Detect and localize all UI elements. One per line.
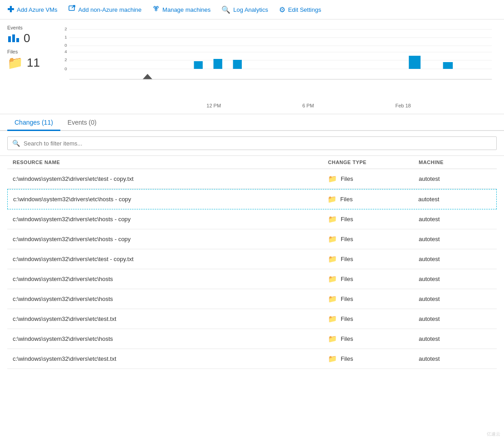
edit-settings-label: Edit Settings [288,6,321,13]
resource-name-cell: c:\windows\system32\drivers\etc\hosts [13,276,328,282]
edit-settings-icon: ⚙ [279,5,285,14]
folder-icon: 📁 [328,354,337,363]
resource-name-cell: c:\windows\system32\drivers\etc\hosts - … [13,236,328,242]
table-row[interactable]: c:\windows\system32\drivers\etc\test.txt… [7,349,497,369]
folder-icon: 📁 [328,195,337,204]
change-type-cell: 📁 Files [328,215,419,223]
events-label: Events [7,25,48,30]
machine-cell: autotest [419,236,491,242]
machine-cell: autotest [418,196,491,203]
manage-machines-button[interactable]: Manage machines [152,5,210,14]
table-header: RESOURCE NAME CHANGE TYPE MACHINE [7,156,497,169]
files-value-row: 📁 11 [7,55,48,70]
toolbar: ✚ Add Azure VMs Add non-Azure machine Ma… [0,0,504,19]
svg-point-1 [154,6,156,8]
stats-chart-area: Events 0 Files 📁 11 [0,19,504,114]
svg-rect-4 [8,36,11,42]
col-resource-name: RESOURCE NAME [13,160,328,165]
folder-icon: 📁 [328,315,337,323]
machine-cell: autotest [419,216,491,223]
x-label-6pm: 6 PM [302,103,314,108]
add-non-azure-icon [69,5,76,14]
chart-svg: 2 1 0 4 2 0 [57,25,497,102]
resource-name-cell: c:\windows\system32\drivers\etc\test - c… [13,175,328,182]
change-type-label: Files [341,335,353,342]
change-type-label: Files [340,196,352,203]
stats-panel: Events 0 Files 📁 11 [7,25,48,108]
edit-settings-button[interactable]: ⚙ Edit Settings [279,5,321,14]
add-non-azure-button[interactable]: Add non-Azure machine [69,5,142,14]
search-box[interactable]: 🔍 [7,136,497,150]
log-analytics-icon: 🔍 [221,5,230,14]
table-row[interactable]: c:\windows\system32\drivers\etc\test - c… [7,169,497,189]
svg-text:4: 4 [64,49,67,54]
svg-text:0: 0 [64,67,67,71]
machine-cell: autotest [419,256,491,262]
svg-point-2 [157,6,158,8]
machine-cell: autotest [419,315,491,322]
svg-marker-24 [142,74,152,79]
col-change-type: CHANGE TYPE [328,160,419,165]
change-type-cell: 📁 Files [328,235,419,243]
resource-name-cell: c:\windows\system32\drivers\etc\hosts [13,335,328,342]
table-row[interactable]: c:\windows\system32\drivers\etc\test - c… [7,249,497,269]
tab-events[interactable]: Events (0) [60,114,104,131]
table-row[interactable]: c:\windows\system32\drivers\etc\test.txt… [7,309,497,329]
add-non-azure-label: Add non-Azure machine [78,6,142,13]
change-type-cell: 📁 Files [328,275,419,283]
change-type-cell: 📁 Files [328,195,418,204]
table-row[interactable]: c:\windows\system32\drivers\etc\hosts - … [7,229,497,249]
change-type-label: Files [341,256,353,262]
resource-name-cell: c:\windows\system32\drivers\etc\test.txt [13,355,328,362]
search-area: 🔍 [0,131,504,156]
files-label: Files [7,49,48,54]
files-value: 11 [27,56,40,70]
chart-container: 2 1 0 4 2 0 [57,25,497,102]
events-value: 0 [24,31,30,45]
svg-text:2: 2 [64,27,67,31]
resource-name-cell: c:\windows\system32\drivers\etc\hosts [13,296,328,302]
add-azure-vms-icon: ✚ [7,5,14,15]
log-analytics-button[interactable]: 🔍 Log Analytics [221,5,268,14]
manage-machines-icon [152,5,160,14]
svg-rect-22 [409,56,421,69]
table-row[interactable]: c:\windows\system32\drivers\etc\hosts - … [7,189,497,209]
resource-name-cell: c:\windows\system32\drivers\etc\hosts - … [13,196,328,203]
change-type-label: Files [341,296,353,302]
folder-icon: 📁 [328,174,337,183]
col-machine: MACHINE [419,160,491,165]
change-type-label: Files [341,236,353,242]
x-label-feb18: Feb 18 [395,103,411,108]
table-row[interactable]: c:\windows\system32\drivers\etc\hosts 📁 … [7,329,497,349]
svg-text:0: 0 [64,43,67,48]
x-label-pad [492,103,497,108]
svg-point-3 [155,9,157,11]
search-input[interactable] [24,140,492,147]
folder-stat-icon: 📁 [7,55,23,70]
add-azure-vms-label: Add Azure VMs [17,6,58,13]
table-row[interactable]: c:\windows\system32\drivers\etc\hosts 📁 … [7,289,497,309]
machine-cell: autotest [419,355,491,362]
change-type-cell: 📁 Files [328,334,419,343]
watermark: 亿速云 [487,431,500,437]
manage-machines-label: Manage machines [162,6,210,13]
folder-icon: 📁 [328,255,337,263]
files-stat: Files 📁 11 [7,49,48,70]
change-type-label: Files [341,355,353,362]
tab-changes[interactable]: Changes (11) [7,114,60,131]
folder-icon: 📁 [328,215,337,223]
table-row[interactable]: c:\windows\system32\drivers\etc\hosts - … [7,209,497,229]
change-type-label: Files [341,216,353,223]
resource-name-cell: c:\windows\system32\drivers\etc\test - c… [13,256,328,262]
svg-text:1: 1 [64,35,67,39]
add-azure-vms-button[interactable]: ✚ Add Azure VMs [7,5,58,15]
folder-icon: 📁 [328,334,337,343]
svg-rect-21 [233,60,242,69]
events-stat: Events 0 [7,25,48,45]
change-type-label: Files [341,276,353,282]
folder-icon: 📁 [328,275,337,283]
x-label-empty [71,103,125,108]
change-type-label: Files [341,315,353,322]
table-row[interactable]: c:\windows\system32\drivers\etc\hosts 📁 … [7,269,497,289]
svg-rect-5 [12,34,15,42]
